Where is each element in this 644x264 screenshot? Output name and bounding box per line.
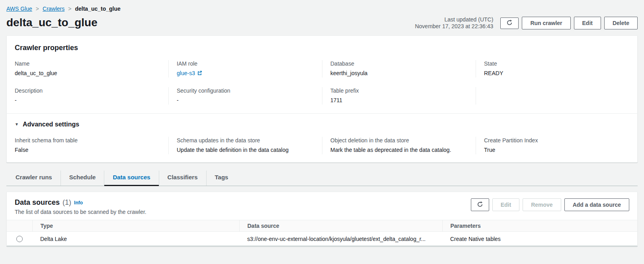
property-value: - bbox=[15, 97, 160, 104]
edit-button[interactable]: Edit bbox=[574, 17, 601, 29]
last-updated-label: Last updated (UTC) bbox=[415, 16, 493, 23]
remove-data-source-button[interactable]: Remove bbox=[523, 198, 561, 211]
property-iam-role: IAM role glue-s3 bbox=[168, 60, 322, 78]
column-header-data-source: Data source bbox=[239, 220, 442, 232]
iam-role-link[interactable]: glue-s3 bbox=[177, 70, 195, 76]
column-header-type: Type bbox=[32, 220, 239, 232]
property-label: Create Partition Index bbox=[484, 137, 621, 144]
cell-parameters: Create Native tables bbox=[442, 232, 637, 246]
breadcrumb: AWS Glue > Crawlers > delta_uc_to_glue bbox=[6, 0, 638, 12]
property-state: State READY bbox=[476, 60, 629, 78]
section-divider bbox=[7, 113, 637, 114]
tab-crawler-runs[interactable]: Crawler runs bbox=[7, 171, 60, 186]
data-sources-title: Data sources bbox=[15, 198, 60, 207]
property-partition-index: Create Partition Index True bbox=[476, 137, 629, 154]
properties-grid-row-1: Name delta_uc_to_glue IAM role glue-s3 D… bbox=[15, 60, 629, 78]
column-header-parameters: Parameters bbox=[442, 220, 637, 232]
property-value: delta_uc_to_glue bbox=[15, 70, 160, 77]
property-value: Mark the table as deprecated in the data… bbox=[330, 146, 468, 153]
properties-grid-row-2: Description - Security configuration - T… bbox=[15, 87, 629, 105]
tab-bar: Crawler runs Schedule Data sources Class… bbox=[6, 171, 638, 186]
property-name: Name delta_uc_to_glue bbox=[15, 60, 168, 78]
tab-tags[interactable]: Tags bbox=[206, 171, 237, 186]
property-label: Schema updates in the data store bbox=[177, 137, 314, 144]
property-label: IAM role bbox=[177, 60, 314, 67]
property-label: Database bbox=[330, 60, 468, 67]
refresh-icon bbox=[506, 21, 513, 27]
property-empty bbox=[476, 87, 629, 105]
breadcrumb-link-crawlers[interactable]: Crawlers bbox=[43, 6, 64, 12]
property-label: Table prefix bbox=[330, 87, 468, 94]
crawler-properties-panel: Crawler properties Name delta_uc_to_glue… bbox=[6, 35, 638, 163]
property-label: Description bbox=[15, 87, 160, 94]
property-value: True bbox=[484, 146, 621, 153]
table-header-row: Type Data source Parameters bbox=[7, 220, 637, 232]
property-label: Inherit schema from table bbox=[15, 137, 160, 144]
delete-button[interactable]: Delete bbox=[604, 17, 638, 29]
tab-schedule[interactable]: Schedule bbox=[60, 171, 104, 186]
last-updated: Last updated (UTC) November 17, 2023 at … bbox=[415, 16, 493, 30]
property-inherit-schema: Inherit schema from table False bbox=[15, 137, 168, 154]
add-data-source-button[interactable]: Add a data source bbox=[564, 198, 629, 211]
radio-button-icon[interactable] bbox=[16, 236, 23, 242]
property-value: - bbox=[177, 97, 314, 104]
refresh-data-sources-button[interactable] bbox=[471, 198, 489, 211]
property-label: Name bbox=[15, 60, 160, 67]
selection-column-header bbox=[7, 220, 32, 232]
data-sources-heading-block: Data sources (1) Info The list of data s… bbox=[15, 198, 146, 215]
cell-type: Delta Lake bbox=[32, 232, 239, 246]
property-label: State bbox=[484, 60, 621, 67]
property-value: False bbox=[15, 146, 160, 153]
crawler-properties-title: Crawler properties bbox=[15, 44, 629, 52]
property-database: Database keerthi_josyula bbox=[322, 60, 476, 78]
advanced-settings-toggle[interactable]: ▼ Advanced settings bbox=[15, 121, 629, 128]
data-sources-description: The list of data sources to be scanned b… bbox=[15, 209, 146, 215]
page-title: delta_uc_to_glue bbox=[6, 16, 98, 29]
data-sources-actions: Edit Remove Add a data source bbox=[471, 198, 629, 211]
data-sources-panel: Data sources (1) Info The list of data s… bbox=[6, 192, 638, 247]
property-object-deletion: Object deletion in the data store Mark t… bbox=[322, 137, 476, 154]
page: AWS Glue > Crawlers > delta_uc_to_glue d… bbox=[0, 0, 644, 247]
property-label: Object deletion in the data store bbox=[330, 137, 468, 144]
advanced-settings-grid: Inherit schema from table False Schema u… bbox=[15, 137, 629, 154]
info-link[interactable]: Info bbox=[74, 200, 83, 206]
refresh-icon bbox=[477, 202, 483, 209]
property-table-prefix: Table prefix 1711 bbox=[322, 87, 476, 105]
state-value: READY bbox=[484, 70, 621, 77]
table-row[interactable]: Delta Lake s3://one-env-uc-external-loca… bbox=[7, 232, 637, 246]
breadcrumb-current: delta_uc_to_glue bbox=[75, 6, 120, 12]
tab-classifiers[interactable]: Classifiers bbox=[159, 171, 206, 186]
page-header: delta_uc_to_glue Last updated (UTC) Nove… bbox=[6, 16, 638, 30]
last-updated-value: November 17, 2023 at 22:36:43 bbox=[415, 23, 493, 30]
chevron-right-icon: > bbox=[36, 6, 39, 12]
property-value: keerthi_josyula bbox=[330, 70, 468, 77]
row-select-cell bbox=[7, 232, 32, 246]
property-value: 1711 bbox=[330, 97, 468, 104]
data-sources-table: Type Data source Parameters Delta Lake s… bbox=[7, 220, 637, 246]
run-crawler-button[interactable]: Run crawler bbox=[522, 17, 570, 29]
data-sources-header: Data sources (1) Info The list of data s… bbox=[7, 198, 637, 215]
external-link-icon bbox=[197, 70, 202, 77]
chevron-right-icon: > bbox=[68, 6, 71, 12]
advanced-settings-label: Advanced settings bbox=[23, 121, 79, 128]
edit-data-source-button[interactable]: Edit bbox=[492, 198, 519, 211]
cell-data-source: s3://one-env-uc-external-location/kjosyu… bbox=[239, 232, 442, 246]
tab-data-sources[interactable]: Data sources bbox=[104, 171, 158, 186]
header-actions: Last updated (UTC) November 17, 2023 at … bbox=[415, 16, 638, 30]
property-label: Security configuration bbox=[177, 87, 314, 94]
property-value: Update the table definition in the data … bbox=[177, 146, 314, 153]
property-security-configuration: Security configuration - bbox=[168, 87, 322, 105]
refresh-button[interactable] bbox=[500, 17, 519, 29]
data-sources-count: (1) bbox=[62, 198, 71, 207]
breadcrumb-link-aws-glue[interactable]: AWS Glue bbox=[6, 6, 32, 12]
caret-down-icon: ▼ bbox=[15, 122, 19, 126]
property-description: Description - bbox=[15, 87, 168, 105]
property-schema-updates: Schema updates in the data store Update … bbox=[168, 137, 322, 154]
